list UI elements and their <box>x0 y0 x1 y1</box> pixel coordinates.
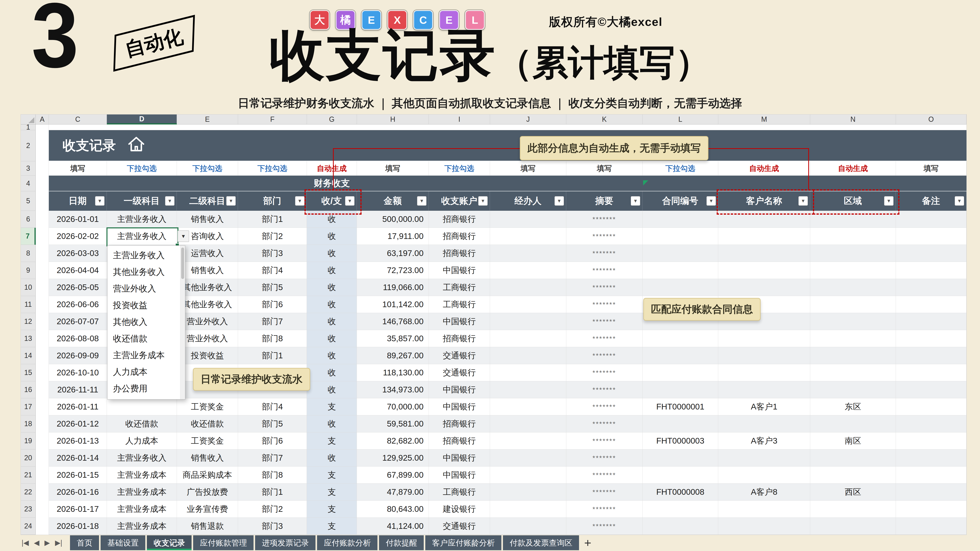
cell-I14[interactable]: 交通银行 <box>429 347 490 364</box>
cell-D17[interactable] <box>107 398 177 415</box>
cell-F13[interactable]: 部门8 <box>238 330 307 347</box>
cell-O11[interactable] <box>896 296 966 313</box>
cell-E6[interactable]: 销售收入 <box>177 211 238 228</box>
cell-M24[interactable] <box>718 518 810 535</box>
cell-H23[interactable]: 80,643.00 <box>357 501 429 518</box>
cell-I17[interactable]: 中国银行 <box>429 398 490 415</box>
cell-L13[interactable] <box>643 330 718 347</box>
cell-M9[interactable] <box>718 262 810 279</box>
cell-L14[interactable] <box>643 347 718 364</box>
cell-E11[interactable]: 其他业务收入 <box>177 296 238 313</box>
cell-G9[interactable]: 收 <box>307 262 357 279</box>
cell-O16[interactable] <box>896 381 966 398</box>
tab-nav-next[interactable]: ▶ <box>45 539 50 547</box>
cell-I6[interactable]: 招商银行 <box>429 211 490 228</box>
cell-I18[interactable]: 招商银行 <box>429 415 490 432</box>
cell-K20[interactable]: ******* <box>566 449 643 467</box>
cell-N19[interactable]: 南区 <box>810 432 896 449</box>
filter-icon[interactable]: ▼ <box>95 196 105 206</box>
cell-H24[interactable]: 41,124.00 <box>357 518 429 535</box>
cell-G17[interactable]: 支 <box>307 398 357 415</box>
cell-K19[interactable]: ******* <box>566 432 643 449</box>
cell-I20[interactable]: 中国银行 <box>429 449 490 467</box>
column-header-13[interactable]: 备注▼ <box>896 191 966 211</box>
filter-icon[interactable]: ▼ <box>706 196 716 206</box>
cell-M10[interactable] <box>718 279 810 296</box>
cell-K15[interactable]: ******* <box>566 364 643 381</box>
cell-M16[interactable] <box>718 381 810 398</box>
cell-C8[interactable]: 2026-03-03 <box>49 245 107 262</box>
cell-J21[interactable] <box>490 467 566 484</box>
dropdown-item[interactable]: 主营业务成本 <box>107 347 185 364</box>
column-header-6[interactable]: 金额▼ <box>357 191 429 211</box>
cell-L16[interactable] <box>643 381 718 398</box>
cell-E19[interactable]: 工资奖金 <box>177 432 238 449</box>
cell-J8[interactable] <box>490 245 566 262</box>
column-header-4[interactable]: 部门▼ <box>238 191 307 211</box>
cell-O15[interactable] <box>896 364 966 381</box>
column-letter-E[interactable]: E <box>177 114 238 124</box>
column-letter-I[interactable]: I <box>429 114 490 124</box>
cell-N16[interactable] <box>810 381 896 398</box>
column-letter-C[interactable]: C <box>49 114 107 124</box>
cell-M23[interactable] <box>718 501 810 518</box>
row-number-23[interactable]: 23 <box>21 501 36 518</box>
cell-D6[interactable]: 主营业务收入 <box>107 211 177 228</box>
cell-N20[interactable] <box>810 449 896 467</box>
dropdown-scrollbar-thumb[interactable] <box>181 248 184 279</box>
row-number-1[interactable]: 1 <box>21 124 36 130</box>
cell-C7[interactable]: 2026-02-02 <box>49 228 107 245</box>
cell-M7[interactable] <box>718 228 810 245</box>
row-number-11[interactable]: 11 <box>21 296 36 313</box>
cell-E23[interactable]: 业务宣传费 <box>177 501 238 518</box>
row-number-14[interactable]: 14 <box>21 347 36 364</box>
cell-E18[interactable]: 收还借款 <box>177 415 238 432</box>
sheet-tab-应付账款管理[interactable]: 应付账款管理 <box>193 535 253 550</box>
cell-L10[interactable] <box>643 279 718 296</box>
cell-I10[interactable]: 工商银行 <box>429 279 490 296</box>
cell-C11[interactable]: 2026-06-06 <box>49 296 107 313</box>
cell-O23[interactable] <box>896 501 966 518</box>
row-number-2[interactable]: 2 <box>21 130 36 161</box>
row-number-7[interactable]: 7 <box>21 228 36 245</box>
sheet-tab-首页[interactable]: 首页 <box>70 535 99 550</box>
cell-N15[interactable] <box>810 364 896 381</box>
column-header-7[interactable]: 收支账户▼ <box>429 191 490 211</box>
add-sheet-button[interactable]: + <box>584 537 591 549</box>
cell-O18[interactable] <box>896 415 966 432</box>
cell-N22[interactable]: 西区 <box>810 484 896 501</box>
cell-L9[interactable] <box>643 262 718 279</box>
column-letter-J[interactable]: J <box>490 114 566 124</box>
dropdown-scrollbar[interactable] <box>180 246 185 399</box>
cell-C21[interactable]: 2026-01-15 <box>49 467 107 484</box>
cell-D20[interactable]: 主营业务收入 <box>107 449 177 467</box>
row-number-4[interactable]: 4 <box>21 176 36 191</box>
cell-K6[interactable]: ******* <box>566 211 643 228</box>
row-number-20[interactable]: 20 <box>21 449 36 467</box>
cell-C12[interactable]: 2026-07-07 <box>49 313 107 330</box>
row-number-15[interactable]: 15 <box>21 364 36 381</box>
cell-G7[interactable]: 收 <box>307 228 357 245</box>
cell-F7[interactable]: 部门2 <box>238 228 307 245</box>
cell-F14[interactable]: 部门1 <box>238 347 307 364</box>
tab-nav-last[interactable]: ▶| <box>55 539 62 547</box>
cell-J15[interactable] <box>490 364 566 381</box>
cell-K14[interactable]: ******* <box>566 347 643 364</box>
tab-nav-first[interactable]: |◀ <box>22 539 29 547</box>
cell-I19[interactable]: 招商银行 <box>429 432 490 449</box>
cell-M18[interactable] <box>718 415 810 432</box>
cell-D24[interactable]: 主营业务成本 <box>107 518 177 535</box>
cell-C15[interactable]: 2026-10-10 <box>49 364 107 381</box>
row-number-12[interactable]: 12 <box>21 313 36 330</box>
cell-O8[interactable] <box>896 245 966 262</box>
cell-M19[interactable]: A客户3 <box>718 432 810 449</box>
cell-K8[interactable]: ******* <box>566 245 643 262</box>
sheet-tab-付款及发票查询区[interactable]: 付款及发票查询区 <box>503 535 579 550</box>
cell-G11[interactable]: 收 <box>307 296 357 313</box>
column-letter-A[interactable]: A <box>36 114 49 124</box>
cell-I22[interactable]: 工商银行 <box>429 484 490 501</box>
filter-icon[interactable]: ▼ <box>226 196 236 206</box>
cell-M22[interactable]: A客户8 <box>718 484 810 501</box>
cell-N14[interactable] <box>810 347 896 364</box>
cell-O21[interactable] <box>896 467 966 484</box>
